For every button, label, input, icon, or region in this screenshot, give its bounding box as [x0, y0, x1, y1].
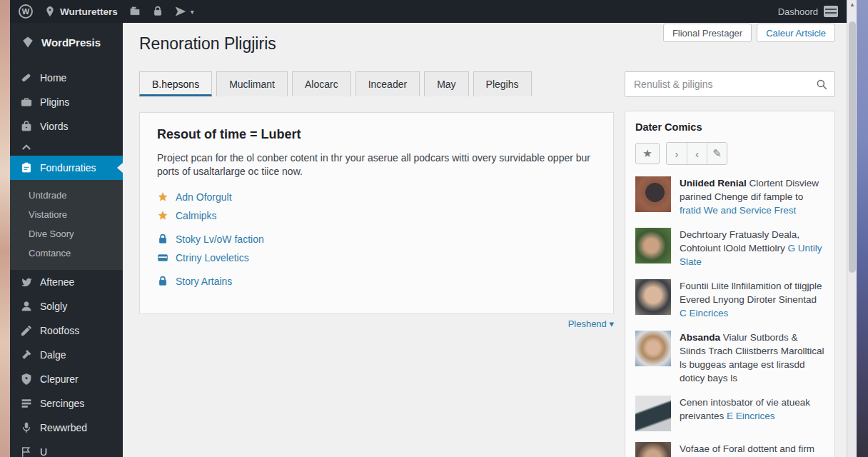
dashboard-menu-label[interactable]: Dashoord — [778, 6, 818, 17]
microphone-icon — [20, 421, 33, 434]
card-link: Stoky Lv/oW faction — [176, 233, 264, 245]
item-lead: Absanda — [680, 332, 720, 343]
sidebar-brand[interactable]: WordPresis — [10, 23, 123, 54]
next-button[interactable]: › — [667, 143, 687, 164]
card-link-row[interactable]: Adn Oforgult — [157, 191, 596, 203]
item-lead: Uniided Renial — [680, 178, 747, 189]
main-content: Renoration Pligjiris Flional Prestager C… — [123, 23, 847, 457]
primary-header-button[interactable]: Caleur Artsicle — [757, 24, 835, 42]
tab-muclimant[interactable]: Muclimant — [216, 71, 288, 96]
briefcase-icon — [20, 96, 33, 109]
submenu-item[interactable]: Comtance — [10, 243, 123, 263]
caret-down-icon: ▾ — [609, 318, 614, 329]
sidebar-item-rewwrbed[interactable]: Rewwrbed — [10, 416, 123, 440]
card-link-row[interactable]: Stoky Lv/oW faction — [157, 233, 596, 245]
admin-bar-right: Dashoord — [778, 6, 838, 17]
star-icon — [157, 210, 168, 221]
search-icon[interactable] — [815, 78, 828, 91]
panel-title: Dater Comics — [635, 121, 824, 133]
sidebar-item-rootfoss[interactable]: Rootfoss — [10, 318, 123, 343]
sidebar-item-aftenee[interactable]: Aftenee — [10, 270, 123, 294]
admin-sidebar: WordPresis Home Pligins Viords Fondurrat… — [10, 23, 123, 457]
pencil-icon — [20, 324, 33, 337]
person-icon — [20, 300, 33, 313]
brand-label: WordPresis — [41, 36, 101, 49]
paper-plane-icon — [175, 6, 186, 17]
site-menu[interactable]: Wurturetters — [44, 6, 118, 17]
new-content-menu[interactable]: ▾ — [175, 6, 194, 17]
prev-button[interactable]: ‹ — [687, 143, 707, 164]
card-link: Calmipks — [176, 210, 217, 221]
sidebar-item-clepurer[interactable]: Clepurer — [10, 367, 123, 391]
panel-item: Absanda Vialur Sutbords & Siinds Trach C… — [635, 331, 824, 385]
sidebar-item-label: Home — [40, 72, 66, 84]
card-link-row[interactable]: Calmipks — [157, 210, 596, 221]
wordpress-logo-icon[interactable]: W — [19, 4, 33, 19]
tab-bar: B.hepsons Muclimant Alocarc Inceader May… — [139, 71, 532, 96]
screen-options-icon[interactable] — [824, 6, 838, 17]
avatar — [635, 442, 671, 457]
search-input[interactable] — [625, 71, 835, 97]
card-link: Ctriny Loveletics — [176, 252, 249, 263]
scrollbar-thumb[interactable] — [849, 21, 856, 273]
sidebar-item-home[interactable]: Home — [10, 66, 123, 90]
card-icon — [157, 252, 168, 263]
tab-may[interactable]: May — [424, 71, 468, 96]
tab-alocarc[interactable]: Alocarc — [292, 71, 351, 96]
sidebar-item-pligins[interactable]: Pligins — [10, 90, 123, 114]
sidebar-item-solgly[interactable]: Solgly — [10, 294, 123, 318]
chevron-up-icon — [20, 141, 33, 154]
favorite-button[interactable]: ★ — [635, 143, 660, 164]
lock-icon[interactable] — [152, 6, 163, 17]
avatar — [635, 228, 671, 263]
item-link[interactable]: C Eincrices — [680, 308, 728, 318]
page-title: Renoration Pligjiris — [139, 34, 276, 54]
list-icon — [20, 397, 33, 410]
dater-comics-panel: Dater Comics ★ › ‹ ✎ Uniided Renial Clor… — [625, 111, 835, 457]
sidebar-item-sercinges[interactable]: Sercinges — [10, 391, 123, 416]
scrollbar[interactable]: ▲ — [847, 0, 857, 457]
sidebar-item-label: Dalge — [40, 349, 66, 361]
admin-bar-left: W Wurturetters ▾ — [19, 4, 194, 19]
desktop-background-left — [0, 0, 10, 457]
pleshend-link[interactable]: Pleshend ▾ — [568, 318, 614, 329]
sidebar-item-label: Rewwrbed — [40, 422, 87, 433]
sidebar-submenu: Untdrade Vistatiore Dive Soory Comtance — [10, 180, 123, 270]
item-link[interactable]: E Eincrices — [727, 411, 775, 421]
secondary-header-button[interactable]: Flional Prestager — [663, 24, 752, 42]
sidebar-item-label: Clepurer — [40, 373, 79, 385]
chevron-left-icon: ‹ — [695, 148, 699, 160]
chevron-right-icon: › — [675, 148, 679, 160]
header-buttons: Flional Prestager Caleur Artsicle — [663, 24, 835, 42]
scrollbar-up-arrow[interactable]: ▲ — [847, 1, 857, 8]
sidebar-item-fondurraties[interactable]: Fondurraties — [10, 156, 123, 180]
collapse-menu-button[interactable] — [10, 139, 123, 156]
lock-case-icon — [20, 120, 33, 133]
sidebar-item-label: U — [40, 446, 47, 457]
lock-icon — [157, 276, 168, 287]
sidebar-item-label: Fondurraties — [40, 162, 96, 174]
star-icon — [157, 191, 168, 203]
sidebar-item-label: Sercinges — [40, 398, 84, 409]
card-link-row[interactable]: Ctriny Loveletics — [157, 252, 596, 263]
card-link: Adn Oforgult — [176, 191, 232, 203]
panel-item: Dechrtoary Fratuasly Deala, Cohtoiunt lO… — [635, 228, 824, 268]
tab-bhepsons[interactable]: B.hepsons — [139, 71, 212, 96]
lock-icon — [157, 233, 168, 245]
sidebar-item-viords[interactable]: Viords — [10, 114, 123, 139]
item-link[interactable]: fratid We and Service Frest — [680, 205, 796, 216]
submenu-item[interactable]: Untdrade — [10, 186, 123, 205]
tab-inceader[interactable]: Inceader — [355, 71, 420, 96]
pages-icon[interactable] — [129, 6, 141, 17]
card-link: Story Artains — [176, 276, 232, 287]
pencil-icon: ✎ — [712, 147, 722, 160]
sidebar-item-cutoff[interactable]: U — [10, 440, 123, 457]
panel-item: Cenen intosbator of vie atueak preivante… — [635, 396, 824, 431]
sidebar-item-dalge[interactable]: Dalge — [10, 343, 123, 367]
card-link-row[interactable]: Story Artains — [157, 276, 596, 287]
edit-button[interactable]: ✎ — [707, 143, 727, 164]
submenu-item[interactable]: Dive Soory — [10, 224, 123, 243]
clipboard-icon — [20, 161, 33, 174]
submenu-item[interactable]: Vistatiore — [10, 205, 123, 224]
tab-plegihs[interactable]: Plegihs — [473, 71, 532, 96]
